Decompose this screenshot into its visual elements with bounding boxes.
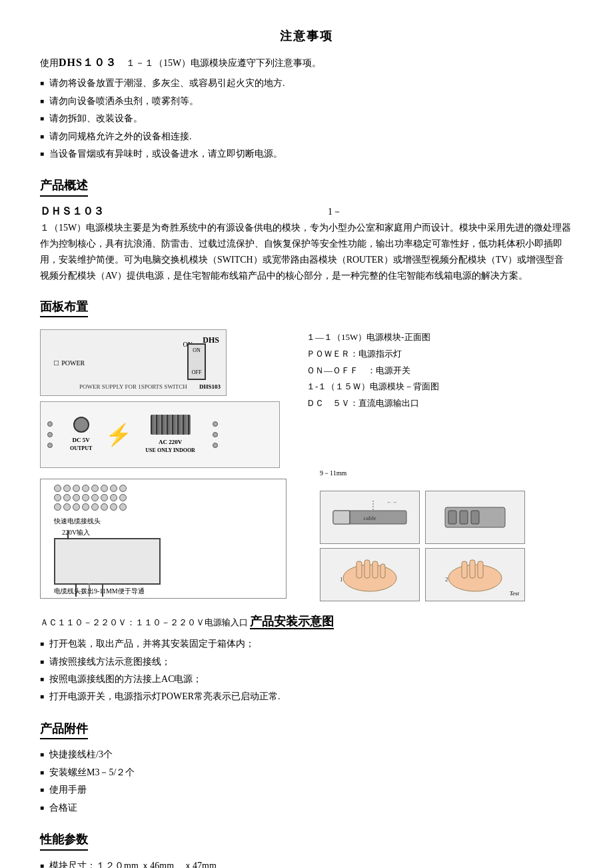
c6 — [101, 485, 108, 492]
svg-text:2: 2 — [445, 576, 448, 583]
caution-item-1: 请勿将设备放置于潮湿、多灰尘、或容易引起火灾的地方. — [40, 76, 573, 91]
installation-title: 产品安装示意图 — [250, 615, 334, 629]
svg-rect-1 — [333, 511, 350, 524]
c20 — [82, 503, 89, 511]
c5 — [91, 485, 99, 492]
switch-box: ON OFF — [187, 343, 206, 380]
ac-220v-label: AC 220V — [159, 437, 182, 447]
caution-list: 请勿将设备放置于潮湿、多灰尘、或容易引起火灾的地方. 请勿向设备喷洒杀虫剂，喷雾… — [40, 76, 573, 161]
c12 — [82, 494, 89, 501]
on-text: ON — [193, 347, 201, 355]
svg-rect-10 — [380, 564, 385, 578]
specs-title: 性能参数 — [40, 830, 88, 851]
install-img-2: 1 — [320, 548, 420, 601]
accessory-item-4: 合格证 — [40, 801, 573, 815]
dc-output-section: DC 5V OUTPUT — [70, 417, 92, 453]
c18 — [63, 503, 71, 511]
ac-input-text: ＡＣ１１０－２２０Ｖ：１１０－２２０Ｖ电源输入口 — [40, 617, 248, 627]
connector-svg — [432, 497, 518, 537]
accessory-item-1: 快捷接线柱/3个 — [40, 747, 573, 762]
c8 — [119, 485, 127, 492]
side-col-1: 9－11mm cable ←→ — [320, 479, 420, 601]
install-img-4: 2 Test — [425, 548, 525, 601]
svg-rect-14 — [460, 511, 468, 524]
ac-wires — [151, 415, 191, 435]
diagram-section: 快速电缆接线头 220V输入 电缆线头拨出9-11MM便于导通 9－11mm — [40, 479, 573, 601]
ac-info-line: ＡＣ１１０－２２０Ｖ：１１０－２２０Ｖ电源输入口 产品安装示意图 — [40, 612, 573, 631]
power-box: 220V输入 — [54, 538, 161, 585]
spec-item-1: 模块尺寸：１２０mm ｘ46mm ｘ47mm — [40, 859, 573, 868]
product-overview-title: 产品概述 — [40, 176, 88, 197]
c14 — [101, 494, 108, 501]
mm-label: 9－11mm — [320, 468, 346, 479]
svg-rect-15 — [471, 511, 479, 524]
input-label: 220V输入 — [62, 527, 90, 538]
svg-rect-17 — [462, 561, 467, 578]
specs-list: 模块尺寸：１２０mm ｘ46mm ｘ47mm 输入：ＡＣ １１０—２２０Ｖ±１０… — [40, 859, 573, 868]
c10 — [63, 494, 71, 501]
output-label: OUTPUT — [70, 445, 92, 453]
panel-section-title: 面板布置 — [40, 297, 88, 318]
caution-item-2: 请勿向设备喷洒杀虫剂，喷雾剂等。 — [40, 94, 573, 109]
svg-rect-9 — [372, 561, 378, 578]
back-panel-diagram: DC 5V OUTPUT ⚡ AC 220V USE ONLY INDOOR — [40, 401, 280, 468]
off-text: OFF — [192, 369, 202, 377]
circle-2 — [47, 432, 53, 437]
dc-circles — [47, 421, 53, 448]
accessory-item-3: 使用手册 — [40, 783, 573, 797]
page-title: 注意事项 — [40, 27, 573, 46]
intro-line: 使用DHS１０３ １－１（15W）电源模块应遵守下列注意事项。 — [40, 54, 573, 71]
back-diagram-label: １-１（１５Ｗ）电源模块－背面图 — [306, 379, 573, 395]
svg-text:←→: ←→ — [386, 499, 397, 505]
c21 — [91, 503, 99, 511]
front-panel-diagram: DHS ON ON OFF POWER POWER SUPPLY FOR 1SP… — [40, 329, 227, 396]
cable-installation-diagram: 快速电缆接线头 220V输入 电缆线头拨出9-11MM便于导通 — [40, 479, 287, 599]
c17 — [54, 503, 61, 511]
c7 — [110, 485, 117, 492]
hand-svg: 1 — [326, 555, 413, 595]
install-img-1: cable ←→ — [320, 491, 420, 544]
c1 — [54, 485, 61, 492]
panel-description: １—１（15W）电源模块-正面图 ＰＯＷＥＲ：电源指示灯 ＯＮ—ＯＦＦ ：电源开… — [306, 329, 573, 468]
lightning-icon: ⚡ — [105, 418, 132, 452]
c24 — [119, 503, 127, 511]
bottom-caption: 电缆线头拨出9-11MM便于导通 — [54, 586, 145, 597]
power-supply-label: POWER SUPPLY FOR 1SPORTS SWITCH — [41, 382, 226, 391]
connector-grid — [54, 485, 127, 511]
input-wire — [67, 530, 69, 539]
svg-rect-13 — [448, 511, 456, 524]
dhs103-label: DHS103 — [199, 382, 221, 391]
c3 — [73, 485, 80, 492]
ac-section: AC 220V USE ONLY INDOOR — [145, 415, 195, 455]
front-diagram-label: １—１（15W）电源模块-正面图 — [306, 329, 573, 346]
power-led-label: ＰＯＷＥＲ：电源指示灯 — [306, 346, 573, 363]
side-col-2: 2 Test — [425, 479, 525, 601]
installation-list: 打开包装，取出产品，并将其安装固定于箱体内； 请按照接线方法示意图接线； 按照电… — [40, 637, 573, 705]
c9 — [54, 494, 61, 501]
svg-rect-18 — [470, 560, 475, 578]
install-item-1: 打开包装，取出产品，并将其安装固定于箱体内； — [40, 637, 573, 651]
product-overview-text: ＤＨＳ１０３ 1－ １（15W）电源模块主要是为奇胜系统中的有源设备供电的模块，… — [40, 202, 573, 283]
panel-section: DHS ON ON OFF POWER POWER SUPPLY FOR 1SP… — [40, 329, 573, 468]
circle-r3 — [213, 443, 218, 448]
c23 — [110, 503, 117, 511]
caution-item-5: 当设备冒烟或有异味时，或设备进水，请立即切断电源。 — [40, 147, 573, 161]
dc-label: DC 5V — [73, 435, 90, 445]
brand-name: DHS１０３ — [59, 57, 117, 68]
circle-r1 — [213, 421, 218, 427]
install-item-4: 打开电源开关，电源指示灯POWER常亮表示已启动正常. — [40, 689, 573, 704]
circle-1 — [47, 421, 53, 427]
c22 — [101, 503, 108, 511]
svg-rect-7 — [356, 561, 362, 578]
right-circles — [213, 421, 218, 448]
panel-diagrams-left: DHS ON ON OFF POWER POWER SUPPLY FOR 1SP… — [40, 329, 293, 468]
dc-output-label: ＤＣ ５Ｖ：直流电源输出口 — [306, 395, 573, 412]
right-diagrams: 9－11mm cable ←→ — [320, 479, 573, 601]
svg-rect-19 — [478, 561, 483, 578]
left-diagrams: 快速电缆接线头 220V输入 电缆线头拨出9-11MM便于导通 — [40, 479, 306, 599]
c19 — [73, 503, 80, 511]
indoor-label: USE ONLY INDOOR — [145, 447, 195, 455]
power-led: POWER — [54, 357, 85, 369]
dc-socket — [73, 417, 89, 433]
install-img-3 — [425, 491, 525, 544]
